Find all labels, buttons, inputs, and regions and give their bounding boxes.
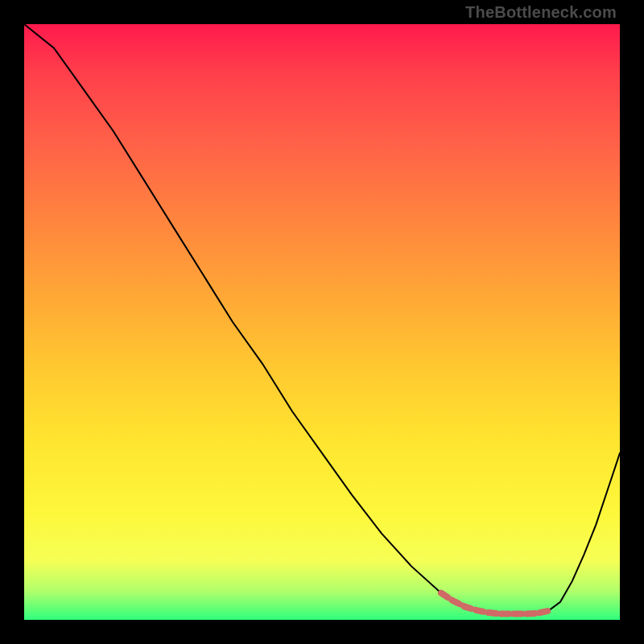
watermark-text: TheBottleneck.com	[465, 3, 617, 22]
plot-area	[24, 24, 620, 620]
optimal-band	[441, 593, 548, 614]
chart-frame: TheBottleneck.com	[0, 0, 644, 644]
curve-layer	[24, 24, 620, 620]
bottleneck-curve	[24, 24, 620, 614]
